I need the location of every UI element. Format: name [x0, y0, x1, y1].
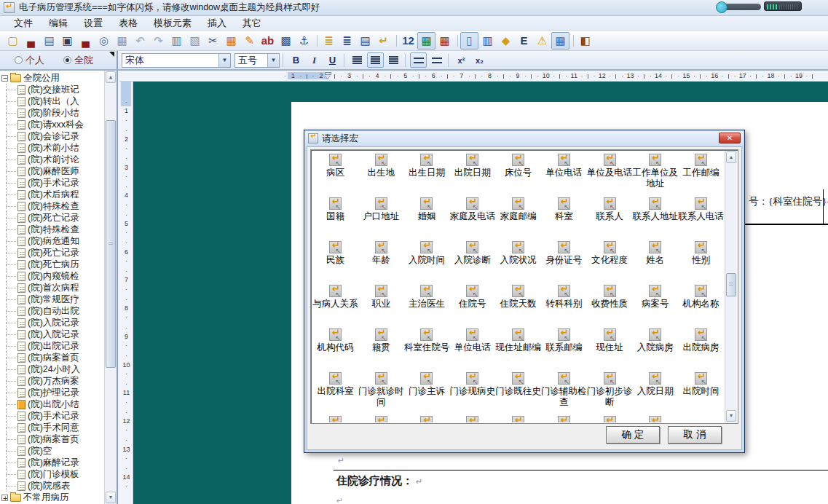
macro-item[interactable]: 家庭邮编 [495, 195, 541, 239]
macro-item[interactable]: 门诊处置 [541, 414, 587, 422]
new-document-icon[interactable]: ▢ [4, 32, 22, 50]
tree-item[interactable]: (院)院感表 [0, 480, 106, 492]
macro-item[interactable]: 门诊辅助检查 [541, 370, 587, 414]
tree-item[interactable]: (院)阶段小结 [0, 107, 106, 119]
menu-item[interactable]: 表格 [111, 15, 146, 31]
tree-item[interactable]: (院)内窥镜检 [0, 270, 106, 282]
print-icon[interactable]: ▦ [113, 32, 131, 50]
macro-item[interactable]: 家庭及电话 [449, 195, 495, 239]
redo-icon[interactable]: ↷ [149, 32, 167, 50]
tree-item[interactable]: (院)死亡记录 [0, 212, 106, 224]
macro-item[interactable]: 机构名称 [678, 283, 724, 326]
tree-item[interactable]: (院)术后病程 [0, 189, 106, 200]
macro-item[interactable]: 职业 [358, 283, 404, 326]
macro-item[interactable]: 入院状况 [495, 239, 541, 283]
tree-item[interactable]: (院)手术记录 [0, 177, 106, 189]
macro-item[interactable]: 门诊脉搏 [587, 414, 633, 422]
macro-item[interactable]: 籍贯 [358, 326, 404, 370]
macro-item[interactable]: 血糖 [312, 414, 358, 422]
tree-item[interactable]: (院)会诊记录 [0, 130, 106, 142]
tree-item[interactable]: (院)自动出院 [0, 305, 106, 317]
panel-menu-arrow-icon[interactable] [109, 52, 114, 57]
overlay-slider[interactable] [717, 4, 761, 10]
menu-item[interactable]: 编辑 [41, 15, 76, 31]
calendar-panel-icon[interactable]: ▦ [551, 32, 569, 50]
align-center-button[interactable] [367, 52, 384, 68]
tree-item[interactable]: (院)空 [0, 445, 106, 457]
radio-circle-icon[interactable] [15, 56, 23, 64]
macro-item[interactable]: 血压 [358, 414, 404, 422]
tree-item[interactable]: (院)特殊检查 [0, 200, 106, 212]
tree-item[interactable]: (院)死亡记录 [0, 247, 106, 259]
tree-item[interactable]: (院)入院记录 [0, 328, 106, 340]
scroll-up-icon[interactable]: ▲ [106, 71, 116, 83]
macro-item[interactable]: 门诊主诉 [404, 370, 450, 414]
macro-item[interactable]: 科室 [541, 195, 587, 239]
table-red-icon[interactable]: ▦ [435, 32, 454, 50]
cell-width-icon[interactable]: ▯ [460, 32, 478, 50]
tree-item[interactable]: (院)出院小结 [0, 398, 106, 410]
macro-item[interactable]: 单位电话 [449, 326, 495, 370]
bold-button[interactable]: B [288, 52, 304, 68]
tree-item[interactable]: (院)出院记录 [0, 340, 106, 352]
tree-item[interactable]: (院)常规医疗 [0, 294, 106, 305]
tree-item[interactable]: (院)特殊检查 [0, 224, 106, 235]
tree-item[interactable]: (院)护理记录 [0, 387, 106, 398]
scroll-down-icon[interactable]: ▼ [726, 410, 736, 422]
tree-item[interactable]: (院)病案首页 [0, 352, 106, 363]
exit-icon[interactable]: ◧ [576, 32, 594, 50]
macro-item[interactable]: 出院时间 [678, 370, 724, 414]
macro-item[interactable]: 收费性质 [587, 283, 633, 326]
tree-item[interactable]: (院)术前讨论 [0, 154, 106, 165]
menu-item[interactable]: 文件 [6, 15, 41, 31]
menu-item[interactable]: 插入 [200, 15, 234, 31]
macro-item[interactable]: 出院科室 [312, 370, 358, 414]
macro-item[interactable]: 门诊电话 [404, 414, 450, 422]
macro-item[interactable]: 与病人关系 [312, 283, 358, 326]
macro-item[interactable]: 出生地 [358, 151, 404, 195]
table-grid-icon[interactable]: ▦ [222, 32, 240, 50]
scrollbar-thumb[interactable] [726, 273, 736, 296]
table-green-icon[interactable]: ▦ [417, 32, 435, 50]
macro-item[interactable]: 门诊既往史 [495, 370, 541, 414]
template-board-icon[interactable]: ▩ [277, 32, 295, 50]
tree-item[interactable]: (院)24小时入 [0, 363, 106, 375]
macro-item[interactable]: 出院日期 [449, 151, 495, 195]
find-replace-icon[interactable]: ab [259, 32, 277, 50]
tree-item[interactable]: (院)手术同意 [0, 422, 106, 433]
tree-item[interactable]: (院)麻醉记录 [0, 457, 106, 468]
macro-item[interactable]: 入院日期 [632, 370, 678, 414]
macro-item[interactable]: 门诊就诊时间 [358, 370, 404, 414]
macro-item[interactable]: 工作单位及地址 [632, 151, 678, 195]
tree-item[interactable]: (院)病案首页 [0, 433, 106, 445]
copy-page-icon[interactable]: ▥ [478, 32, 497, 50]
macro-item[interactable]: 联系人电话 [678, 195, 724, 239]
tree-item[interactable]: (院)门诊模板 [0, 468, 106, 480]
macro-item[interactable]: 身份证号 [541, 239, 587, 283]
tree-item[interactable]: (院)入院记录 [0, 317, 106, 328]
tree-root[interactable]: 全院公用 [0, 72, 106, 84]
align-right-button[interactable] [385, 52, 402, 68]
underline-button[interactable]: U [324, 52, 341, 68]
tree-item[interactable]: (院)万杰病案 [0, 375, 106, 387]
scrollbar-thumb[interactable] [106, 120, 116, 368]
font-combo[interactable]: 宋体 ▼ [122, 53, 231, 68]
page-number-icon[interactable]: 12 [399, 32, 417, 50]
copy-document-icon[interactable]: ▤ [40, 32, 58, 50]
macro-item[interactable]: 入院时间 [404, 239, 450, 283]
indent-marker[interactable] [325, 72, 331, 80]
scroll-down-icon[interactable]: ▼ [106, 492, 116, 503]
macro-item[interactable]: 病案号 [632, 283, 678, 326]
paste-icon[interactable]: ▧ [186, 32, 204, 50]
subscript-button[interactable]: x₂ [471, 52, 488, 68]
scroll-macro-icon[interactable]: ≣ [320, 32, 338, 50]
macro-item[interactable]: 单位及电话 [587, 151, 633, 195]
tree-item[interactable]: (院)手术记录 [0, 410, 106, 422]
tree-item[interactable]: (院)请xxx科会 [0, 119, 106, 130]
line-spacing-1-button[interactable] [410, 52, 427, 68]
macro-item[interactable]: 民族 [312, 239, 358, 283]
radio-hospital[interactable]: 全院 [63, 54, 93, 67]
collapse-icon[interactable] [1, 75, 8, 82]
macro-item[interactable]: 联系人 [587, 195, 633, 239]
format-painter-icon[interactable]: ✎ [240, 32, 259, 50]
